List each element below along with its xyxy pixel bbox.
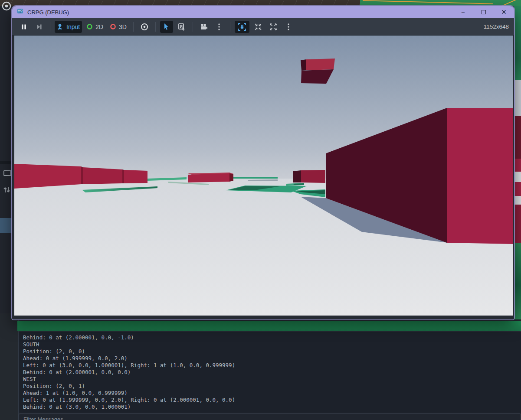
console-line: Position: (2, 0, 0) [23, 348, 521, 355]
toolbar-separator [193, 22, 193, 32]
3d-scene [14, 36, 513, 316]
maximize-icon [482, 10, 486, 14]
game-window: CRPG (DEBUG) − ✕ [12, 6, 514, 319]
console-line: Left: 0 at (3.0, 0.0, 1.000001), Right: … [23, 362, 521, 369]
output-console[interactable]: Behind: 0 at (2.000001, 0.0, -1.0)SOUTHP… [19, 332, 521, 413]
console-line: WEST [23, 376, 521, 383]
eye-icon [141, 23, 148, 31]
selection-wireframe-line [492, 0, 521, 6]
floating-box-top [306, 59, 335, 70]
3d-ring-icon [110, 23, 116, 30]
panel-icon[interactable] [3, 169, 12, 179]
frame-lock-icon [238, 23, 246, 31]
joystick-icon [57, 23, 64, 30]
arrows-inward-icon [254, 23, 262, 31]
godot-logo-icon [16, 8, 24, 16]
console-line: Position: (2, 0, 1) [23, 383, 521, 390]
resolution-label: 1152x648 [484, 23, 509, 30]
expand-window-button[interactable] [267, 21, 280, 33]
camera-icon [200, 23, 208, 30]
red-box-side [229, 173, 233, 182]
filter-messages-row [19, 413, 521, 420]
minimize-button[interactable]: − [453, 6, 473, 18]
dark-box-side [293, 170, 301, 182]
toolbar-separator [230, 22, 230, 32]
floating-box-edge [301, 59, 306, 71]
red-box-side [122, 169, 124, 183]
embed-options-button[interactable] [282, 21, 295, 33]
filter-messages-input[interactable] [19, 413, 521, 420]
red-box [83, 167, 122, 184]
floor-tile [233, 177, 278, 179]
screen: Behind: 0 at (2.000001, 0.0, -1.0)SOUTHP… [0, 0, 521, 420]
debug-toolbar: Input 2D 3D [12, 18, 514, 36]
red-box [188, 173, 229, 182]
pause-icon [20, 23, 27, 30]
editor-viewport-top-strip [0, 0, 521, 6]
red-box [124, 170, 147, 183]
console-line: Ahead: 0 at (1.999999, 0.0, 2.0) [23, 355, 521, 362]
switch-3d-button[interactable]: 3D [108, 21, 129, 33]
editor-bottom-left-panel [0, 313, 19, 420]
select-mode-button[interactable] [160, 21, 173, 33]
red-box [14, 164, 81, 189]
titlebar[interactable]: CRPG (DEBUG) − ✕ [12, 6, 514, 18]
kebab-menu-icon [287, 23, 290, 31]
console-line: Behind: 0 at (2.000001, 0.0, -1.0) [23, 334, 521, 341]
3d-label: 3D [119, 23, 127, 30]
toolbar-separator [133, 22, 134, 32]
node-list-cursor-icon [178, 23, 186, 31]
editor-green-floor-bottom [17, 321, 521, 331]
console-line: SOUTH [23, 341, 521, 348]
editor-green-floor-strip [360, 0, 521, 6]
dock-selected-row[interactable] [0, 218, 12, 233]
2d-ring-icon [86, 23, 93, 30]
keep-aspect-lock-button[interactable] [235, 21, 249, 33]
console-line: Behind: 0 at (3.0, 0.0, 1.000001) [23, 404, 521, 410]
maximize-button[interactable] [473, 6, 494, 18]
toolbar-separator [155, 22, 156, 32]
big-box-front [447, 108, 513, 244]
input-toggle-button[interactable]: Input [55, 21, 82, 33]
viewport-frame [12, 36, 514, 316]
switch-2d-button[interactable]: 2D [84, 21, 105, 33]
next-frame-button[interactable] [33, 21, 46, 33]
pause-button[interactable] [17, 21, 30, 33]
window-controls: − ✕ [453, 6, 514, 18]
editor-viewport-right-strip [514, 6, 521, 319]
dock-divider [0, 161, 12, 164]
camera-override-button[interactable] [197, 21, 210, 33]
console-line: Ahead: 1 at (1.0, 0.0, 0.999999) [23, 390, 521, 397]
eye-icon[interactable] [1, 1, 12, 13]
shrink-window-button[interactable] [252, 21, 265, 33]
red-box-side [81, 166, 83, 184]
selection-wireframe-line [363, 0, 493, 4]
console-line: Behind: 0 at (2.000001, 0.0, 0.0) [23, 369, 521, 376]
toolbar-separator [50, 22, 50, 32]
2d-label: 2D [95, 23, 103, 30]
kebab-menu-icon [217, 23, 221, 31]
console-line: Left: 0 at (1.999999, 0.0, 2.0), Right: … [23, 397, 521, 404]
close-button[interactable]: ✕ [494, 6, 514, 18]
window-bottom-edge [12, 316, 514, 319]
more-options-button[interactable] [213, 21, 226, 33]
next-frame-icon [36, 23, 43, 30]
window-title: CRPG (DEBUG) [27, 9, 69, 16]
sort-updown-icon[interactable] [3, 186, 11, 196]
dark-box [301, 170, 325, 183]
cursor-icon [163, 23, 170, 30]
visibility-button[interactable] [138, 21, 151, 33]
console-lines: Behind: 0 at (2.000001, 0.0, -1.0)SOUTHP… [23, 334, 521, 410]
arrows-outward-icon [269, 23, 277, 31]
input-toggle-label: Input [66, 23, 80, 30]
game-viewport[interactable] [14, 36, 513, 316]
node-picker-button[interactable] [175, 21, 188, 33]
